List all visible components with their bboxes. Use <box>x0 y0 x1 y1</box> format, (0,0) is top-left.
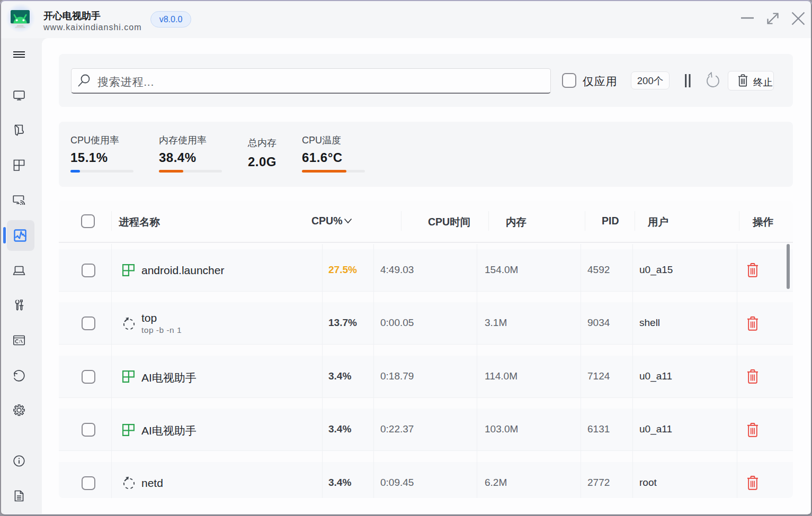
sidebar-item-screencast[interactable] <box>13 194 25 207</box>
sidebar-item-display[interactable] <box>13 89 25 102</box>
cell-cpu-percent: 3.4% <box>328 477 351 488</box>
cell-user: u0_a15 <box>639 264 673 276</box>
cell-cpu-percent: 3.4% <box>328 423 351 435</box>
app-subtitle: www.kaixindianshi.com <box>43 23 142 32</box>
column-separator <box>737 244 737 498</box>
app-logo-icon <box>6 4 37 34</box>
minimize-button[interactable] <box>735 6 760 31</box>
sidebar-item-logs[interactable] <box>13 490 25 502</box>
apps-only-label[interactable]: 仅应用 <box>583 74 617 89</box>
cell-pid: 7124 <box>587 370 610 382</box>
header-column-separator <box>111 211 112 231</box>
app-icon <box>122 370 135 383</box>
app-icon <box>122 423 135 437</box>
terminate-label: 终止 <box>753 76 773 89</box>
process-icon <box>122 317 135 330</box>
header-column-separator <box>401 211 401 231</box>
row-checkbox[interactable] <box>82 316 95 330</box>
header-column-separator <box>739 211 739 231</box>
close-icon <box>791 12 805 25</box>
cell-user: u0_a11 <box>639 423 672 435</box>
sidebar-item-tools[interactable] <box>13 299 25 312</box>
process-icon <box>122 476 135 490</box>
cell-cpu-time: 4:49.03 <box>380 264 414 276</box>
cell-pid: 6131 <box>587 423 610 435</box>
column-separator <box>373 244 374 498</box>
stat-value: 15.1% <box>70 150 108 165</box>
kill-process-icon[interactable] <box>747 423 759 437</box>
cell-pid: 9034 <box>587 317 610 329</box>
terminate-trash-icon <box>738 74 748 87</box>
titlebar: 开心电视助手 www.kaixindianshi.com v8.0.0 <box>0 0 812 38</box>
sidebar-item-layout[interactable] <box>13 159 25 171</box>
table-row[interactable] <box>59 462 793 499</box>
kill-process-icon[interactable] <box>747 369 759 384</box>
minimize-icon <box>740 12 754 25</box>
cell-pid: 4592 <box>587 264 610 276</box>
table-scrollbar[interactable] <box>787 244 790 289</box>
cell-user: shell <box>639 317 660 329</box>
sidebar-item-task-monitor[interactable] <box>14 229 26 242</box>
sidebar-item-apps[interactable] <box>13 124 25 137</box>
column-separator <box>477 244 477 498</box>
pause-icon[interactable] <box>683 74 692 88</box>
sidebar-item-settings[interactable] <box>13 404 25 417</box>
version-badge: v8.0.0 <box>150 11 191 28</box>
stat-label: 内存使用率 <box>159 134 207 147</box>
stat-progress-track <box>70 170 133 173</box>
cell-cpu-time: 0:22.37 <box>380 423 414 435</box>
maximize-button[interactable] <box>761 6 785 31</box>
cell-cpu-time: 0:09.45 <box>380 477 414 488</box>
cell-memory: 114.0M <box>485 370 517 382</box>
cell-cpu-percent: 13.7% <box>328 317 357 329</box>
row-checkbox[interactable] <box>82 264 95 277</box>
stat-label: CPU温度 <box>302 134 341 147</box>
stat-label: 总内存 <box>248 137 276 149</box>
column-separator <box>322 244 323 498</box>
cell-cpu-time: 0:00.05 <box>380 317 414 329</box>
column-separator <box>581 244 581 498</box>
column-separator <box>632 244 633 498</box>
row-checkbox[interactable] <box>82 370 95 384</box>
kill-process-icon[interactable] <box>747 476 759 490</box>
refresh-icon[interactable] <box>706 72 721 88</box>
stat-value: 38.4% <box>159 150 197 165</box>
row-checkbox[interactable] <box>82 423 95 437</box>
apps-only-checkbox[interactable] <box>562 73 576 88</box>
sidebar-selected-indicator <box>3 227 6 243</box>
app-icon <box>122 264 135 277</box>
sidebar-item-about[interactable] <box>13 455 25 467</box>
column-separator <box>111 244 112 498</box>
search-placeholder: 搜索进程... <box>97 75 154 89</box>
stat-progress-track <box>159 170 222 173</box>
header-column-separator <box>585 211 585 231</box>
stat-progress-fill <box>302 170 346 173</box>
table-body: android.launcher 27.5% 4:49.03 154.0M 45… <box>59 201 793 498</box>
cell-user: root <box>639 477 657 488</box>
app-title: 开心电视助手 <box>43 10 101 22</box>
row-checkbox[interactable] <box>82 476 95 490</box>
kill-process-icon[interactable] <box>747 263 759 277</box>
cell-process-command: top -b -n 1 <box>141 325 182 335</box>
menu-icon[interactable] <box>13 51 25 58</box>
stat-progress-track <box>302 170 365 173</box>
sidebar-item-history[interactable] <box>13 369 25 382</box>
search-icon <box>77 74 91 87</box>
header-column-separator <box>635 211 635 231</box>
cell-cpu-percent: 3.4% <box>328 370 351 382</box>
process-count-badge: 200个 <box>631 71 670 89</box>
kill-process-icon[interactable] <box>747 316 759 331</box>
table-row[interactable] <box>59 302 793 345</box>
header-column-separator <box>488 211 489 231</box>
cell-memory: 154.0M <box>485 264 518 276</box>
cell-cpu-time: 0:18.79 <box>380 370 414 382</box>
cell-process-name: netd <box>141 477 163 490</box>
sidebar-item-terminal[interactable] <box>13 334 25 347</box>
stat-progress-fill <box>159 170 183 173</box>
stat-label: CPU使用率 <box>70 134 119 147</box>
maximize-icon <box>766 12 780 25</box>
cell-memory: 6.2M <box>485 477 507 488</box>
stat-progress-fill <box>70 170 80 173</box>
close-button[interactable] <box>786 6 810 31</box>
sidebar-item-device[interactable] <box>13 265 25 277</box>
